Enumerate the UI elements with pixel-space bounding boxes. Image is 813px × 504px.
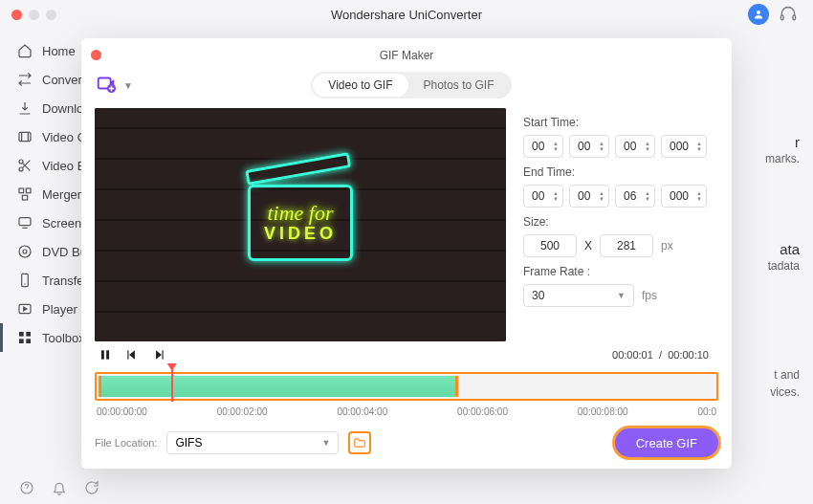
stepper-arrows-icon[interactable]: ▲▼ xyxy=(645,190,650,202)
chevron-down-icon: ▼ xyxy=(322,438,331,448)
tick-label: 00:00:08:00 xyxy=(578,406,628,417)
size-label: Size: xyxy=(523,215,718,229)
preview-text-line2: VIDEO xyxy=(264,224,337,244)
width-input[interactable]: 500 xyxy=(523,234,577,257)
svg-point-5 xyxy=(19,167,23,171)
end-ms-input[interactable]: 000▲▼ xyxy=(661,185,707,208)
compress-icon xyxy=(17,129,33,144)
svg-rect-22 xyxy=(106,350,109,359)
sidebar-item-label: Convert xyxy=(42,73,86,87)
pause-button[interactable] xyxy=(99,348,112,362)
frame-back-button[interactable] xyxy=(125,348,139,362)
stepper-arrows-icon[interactable]: ▲▼ xyxy=(599,141,604,152)
preview-text-line1: time for xyxy=(267,203,333,224)
svg-rect-2 xyxy=(793,15,796,20)
svg-point-10 xyxy=(19,246,31,257)
bell-icon[interactable] xyxy=(52,480,67,495)
size-x-label: X xyxy=(584,239,592,252)
stepper-arrows-icon[interactable]: ▲▼ xyxy=(696,141,702,152)
height-input[interactable]: 281 xyxy=(600,234,653,257)
file-location-label: File Location: xyxy=(95,437,157,449)
max-dot[interactable] xyxy=(46,10,56,20)
tick-label: 00:00:00:00 xyxy=(97,406,147,417)
file-location-select[interactable]: GIFS ▼ xyxy=(166,431,339,454)
home-icon xyxy=(17,43,33,58)
modal-title: GIF Maker xyxy=(81,49,732,62)
end-minutes-input[interactable]: 00▲▼ xyxy=(569,185,609,208)
stepper-arrows-icon[interactable]: ▲▼ xyxy=(553,190,559,202)
sidebar-item-label: Home xyxy=(42,44,76,58)
end-seconds-input[interactable]: 06▲▼ xyxy=(615,185,655,208)
video-preview[interactable]: time for VIDEO xyxy=(95,108,506,341)
user-avatar[interactable] xyxy=(748,4,769,25)
window-traffic-lights[interactable] xyxy=(11,10,56,20)
svg-rect-7 xyxy=(26,188,31,193)
svg-point-11 xyxy=(23,250,27,253)
scissors-icon xyxy=(17,158,33,173)
svg-rect-15 xyxy=(26,332,31,337)
headset-icon[interactable] xyxy=(779,5,798,24)
svg-rect-14 xyxy=(19,332,24,337)
chevron-down-icon[interactable]: ▼ xyxy=(123,80,133,91)
open-folder-button[interactable] xyxy=(348,431,371,454)
close-dot[interactable] xyxy=(11,10,22,20)
timeline-track[interactable] xyxy=(95,372,718,401)
create-gif-button[interactable]: Create GIF xyxy=(615,428,718,457)
end-hours-input[interactable]: 00▲▼ xyxy=(523,185,563,208)
stepper-arrows-icon[interactable]: ▲▼ xyxy=(645,141,650,152)
frame-forward-button[interactable] xyxy=(152,348,165,362)
help-icon[interactable] xyxy=(19,480,34,495)
svg-rect-12 xyxy=(22,274,29,286)
tab-video-to-gif[interactable]: Video to GIF xyxy=(313,74,407,97)
clapperboard-icon: time for VIDEO xyxy=(248,185,353,261)
tick-label: 00:00:06:00 xyxy=(457,406,508,417)
feedback-icon[interactable] xyxy=(84,480,99,495)
selection-range[interactable] xyxy=(99,376,458,397)
user-icon xyxy=(753,9,764,20)
grid-icon xyxy=(17,330,33,345)
disc-icon xyxy=(17,244,33,259)
framerate-unit-label: fps xyxy=(642,289,657,302)
start-time-label: Start Time: xyxy=(523,116,718,129)
stepper-arrows-icon[interactable]: ▲▼ xyxy=(599,190,604,202)
start-hours-input[interactable]: 00▲▼ xyxy=(523,135,563,158)
svg-point-0 xyxy=(757,11,760,14)
tick-label: 00:00:02:00 xyxy=(217,406,268,417)
tick-label: 00:00:04:00 xyxy=(337,406,387,417)
add-media-button[interactable] xyxy=(95,72,118,95)
playhead[interactable] xyxy=(171,365,173,402)
svg-rect-9 xyxy=(19,218,31,226)
merger-icon xyxy=(17,186,33,202)
gif-maker-modal: GIF Maker ▼ Video to GIF Photos to GIF xyxy=(81,38,732,469)
bottom-bar xyxy=(0,471,119,504)
download-icon xyxy=(17,100,33,116)
stepper-arrows-icon[interactable]: ▲▼ xyxy=(553,141,559,152)
min-dot[interactable] xyxy=(29,10,39,20)
player-icon xyxy=(17,301,33,317)
start-ms-input[interactable]: 000▲▼ xyxy=(661,135,707,158)
framerate-select[interactable]: 30 ▼ xyxy=(523,284,634,307)
framerate-label: Frame Rate : xyxy=(523,265,718,278)
svg-rect-1 xyxy=(781,15,784,20)
sidebar-item-label: Player xyxy=(42,302,77,317)
timeline-ticks: 00:00:00:00 00:00:02:00 00:00:04:00 00:0… xyxy=(95,406,718,417)
screen-icon xyxy=(17,215,33,230)
tab-photos-to-gif[interactable]: Photos to GIF xyxy=(408,74,510,97)
svg-rect-23 xyxy=(127,350,128,359)
sidebar-item-label: Video E xyxy=(42,159,85,173)
stepper-arrows-icon[interactable]: ▲▼ xyxy=(696,190,702,202)
sidebar-item-label: Merger xyxy=(42,187,81,202)
end-time-label: End Time: xyxy=(523,165,718,179)
transfer-icon xyxy=(17,273,33,288)
tick-label: 00:0 xyxy=(698,406,716,417)
svg-point-4 xyxy=(19,160,23,164)
size-unit-label: px xyxy=(661,239,673,252)
chevron-down-icon: ▼ xyxy=(617,291,626,300)
start-seconds-input[interactable]: 00▲▼ xyxy=(615,135,655,158)
start-minutes-input[interactable]: 00▲▼ xyxy=(569,135,609,158)
svg-rect-24 xyxy=(163,350,164,359)
sidebar-item-label: Toolbox xyxy=(42,331,85,345)
sidebar-item-label: Screen xyxy=(42,216,81,230)
mode-tabs: Video to GIF Photos to GIF xyxy=(311,72,511,99)
playback-time: 00:00:01 / 00:00:10 xyxy=(612,349,718,361)
